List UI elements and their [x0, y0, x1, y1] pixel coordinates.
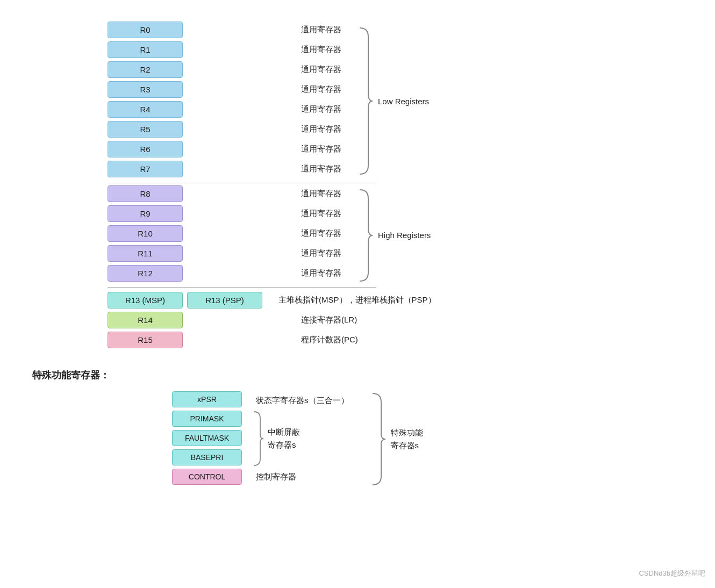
special-labels-column: 状态字寄存器s（三合一） 中断屏蔽 寄存器s 控制寄存器	[252, 391, 349, 486]
reg-desc-r0: 通用寄存器	[301, 25, 341, 35]
register-diagram: R0 通用寄存器 R1 通用寄存器 R2 通用寄存器 R3 通用寄存器 R4 通…	[108, 21, 693, 352]
low-registers-brace: Low Registers	[358, 21, 429, 181]
special-registers-section: xPSR PRIMASK FAULTMASK BASEPRI CONTROL 状…	[172, 391, 693, 487]
reg-box-r8: R8	[108, 185, 183, 202]
xpsr-desc: 状态字寄存器s（三合一）	[256, 396, 349, 406]
reg-row-r4: R4 通用寄存器	[108, 101, 341, 118]
reg-desc-r13: 主堆栈指针(MSP），进程堆栈指针（PSP）	[278, 295, 436, 305]
reg-desc-r15: 程序计数器(PC)	[301, 335, 358, 345]
reg-desc-r3: 通用寄存器	[301, 84, 341, 95]
interrupt-label: 中断屏蔽 寄存器s	[268, 426, 300, 451]
special-reg-xpsr: xPSR	[172, 391, 242, 407]
reg-desc-r1: 通用寄存器	[301, 45, 341, 55]
reg-box-r3: R3	[108, 81, 183, 98]
reg-box-r5: R5	[108, 121, 183, 138]
low-registers-group: R0 通用寄存器 R1 通用寄存器 R2 通用寄存器 R3 通用寄存器 R4 通…	[108, 21, 693, 181]
high-registers-group: R8 通用寄存器 R9 通用寄存器 R10 通用寄存器 R11 通用寄存器 R1…	[108, 185, 693, 285]
reg-box-r0: R0	[108, 21, 183, 38]
reg-row-r2: R2 通用寄存器	[108, 61, 341, 78]
reg-box-r6: R6	[108, 141, 183, 157]
reg-box-r2: R2	[108, 61, 183, 78]
special-reg-basepri: BASEPRI	[172, 449, 242, 465]
reg-row-r1: R1 通用寄存器	[108, 41, 341, 58]
control-desc: 控制寄存器	[256, 472, 296, 482]
reg-box-r15: R15	[108, 332, 183, 348]
reg-desc-r6: 通用寄存器	[301, 144, 341, 154]
reg-box-r11: R11	[108, 245, 183, 262]
special-reg-faultmask: FAULTMASK	[172, 430, 242, 446]
special-reg-primask: PRIMASK	[172, 411, 242, 427]
reg-row-r7: R7 通用寄存器	[108, 161, 341, 177]
special-title: 特殊功能寄存器：	[32, 369, 693, 382]
reg-desc-r12: 通用寄存器	[301, 268, 341, 278]
high-registers-label: High Registers	[378, 231, 431, 240]
reg-row-r11: R11 通用寄存器	[108, 245, 341, 262]
reg-row-r9: R9 通用寄存器	[108, 205, 341, 222]
reg-box-r12: R12	[108, 265, 183, 282]
reg-desc-r11: 通用寄存器	[301, 248, 341, 259]
reg-row-r15: R15 程序计数器(PC)	[108, 332, 693, 348]
high-registers-brace: High Registers	[358, 185, 431, 285]
reg-desc-r5: 通用寄存器	[301, 124, 341, 134]
control-label-row: 控制寄存器	[252, 468, 349, 486]
interrupt-brace-icon	[252, 410, 263, 468]
special-register-rows: xPSR PRIMASK FAULTMASK BASEPRI CONTROL	[172, 391, 242, 485]
special-outer-brace-group: 特殊功能 寄存器s	[370, 391, 423, 487]
reg-desc-r9: 通用寄存器	[301, 209, 341, 219]
reg-row-r0: R0 通用寄存器	[108, 21, 341, 38]
reg-box-r13-psp: R13 (PSP)	[187, 292, 262, 309]
reg-row-r12: R12 通用寄存器	[108, 265, 341, 282]
reg-desc-r10: 通用寄存器	[301, 228, 341, 239]
reg-row-r3: R3 通用寄存器	[108, 81, 341, 98]
reg-row-r5: R5 通用寄存器	[108, 121, 341, 138]
interrupt-group: 中断屏蔽 寄存器s	[252, 410, 349, 468]
reg-row-r10: R10 通用寄存器	[108, 225, 341, 242]
reg-desc-r14: 连接寄存器(LR)	[301, 315, 357, 325]
special-reg-control: CONTROL	[172, 469, 242, 485]
reg-row-r8: R8 通用寄存器	[108, 185, 341, 202]
reg-row-r13: R13 (MSP) R13 (PSP) 主堆栈指针(MSP），进程堆栈指针（PS…	[108, 292, 693, 309]
reg-row-r6: R6 通用寄存器	[108, 141, 341, 157]
special-outer-brace-icon	[370, 391, 385, 487]
divider-high-special	[108, 287, 376, 288]
reg-box-r10: R10	[108, 225, 183, 242]
reg-box-r4: R4	[108, 101, 183, 118]
special-outer-label: 特殊功能 寄存器s	[391, 426, 423, 452]
xpsr-label-row: 状态字寄存器s（三合一）	[252, 391, 349, 410]
low-registers-rows: R0 通用寄存器 R1 通用寄存器 R2 通用寄存器 R3 通用寄存器 R4 通…	[108, 21, 341, 181]
high-registers-rows: R8 通用寄存器 R9 通用寄存器 R10 通用寄存器 R11 通用寄存器 R1…	[108, 185, 341, 285]
reg-desc-r2: 通用寄存器	[301, 64, 341, 75]
reg-box-r7: R7	[108, 161, 183, 177]
divider-low-high	[108, 183, 376, 183]
reg-desc-r8: 通用寄存器	[301, 189, 341, 199]
reg-desc-r4: 通用寄存器	[301, 104, 341, 114]
watermark: CSDNd3b超级外星吧	[639, 569, 705, 578]
reg-row-r14: R14 连接寄存器(LR)	[108, 312, 693, 328]
reg-box-r9: R9	[108, 205, 183, 222]
reg-box-r13-msp: R13 (MSP)	[108, 292, 183, 309]
reg-desc-r7: 通用寄存器	[301, 164, 341, 174]
reg-box-r14: R14	[108, 312, 183, 328]
low-registers-label: Low Registers	[378, 97, 429, 106]
reg-box-r1: R1	[108, 41, 183, 58]
